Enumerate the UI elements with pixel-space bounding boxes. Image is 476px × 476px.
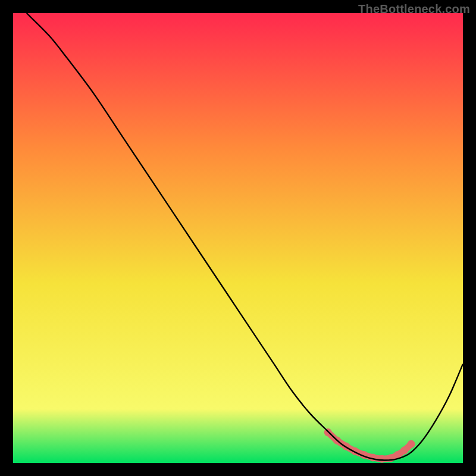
chart-container: TheBottleneck.com	[0, 0, 476, 476]
highlight-dot	[408, 440, 415, 448]
highlight-dot	[378, 455, 386, 463]
chart-svg	[13, 13, 463, 463]
gradient-background	[13, 13, 463, 463]
highlight-dot	[400, 446, 408, 454]
highlight-dot	[369, 453, 377, 461]
plot-area	[13, 13, 463, 463]
